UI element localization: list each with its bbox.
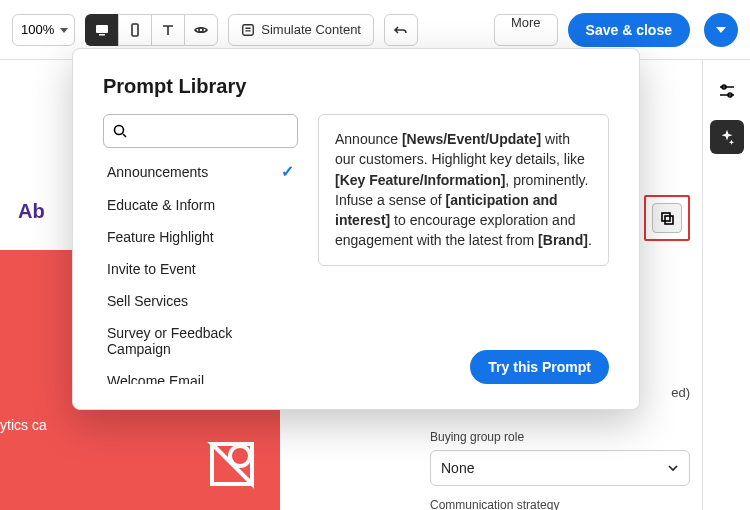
preview-text: Announce xyxy=(335,131,402,147)
text-mode-button[interactable] xyxy=(151,14,184,46)
prompt-item-label: Sell Services xyxy=(107,293,188,309)
mobile-icon xyxy=(127,22,143,38)
template-tool-button[interactable] xyxy=(652,203,682,233)
save-close-button[interactable]: Save & close xyxy=(568,13,690,47)
prompt-item-label: Welcome Email xyxy=(107,373,204,384)
simulate-icon xyxy=(241,23,255,37)
svg-rect-2 xyxy=(132,24,138,36)
undo-button[interactable] xyxy=(384,14,418,46)
prompt-item[interactable]: Feature Highlight xyxy=(103,221,298,253)
modal-right-column: Announce [News/Event/Update] with our cu… xyxy=(318,114,609,384)
chevron-down-icon xyxy=(716,27,726,33)
save-close-label: Save & close xyxy=(586,22,672,38)
undo-icon xyxy=(393,22,409,38)
template-tool-highlight xyxy=(644,195,690,241)
preview-bold: [News/Event/Update] xyxy=(402,131,541,147)
prompt-item[interactable]: Welcome Email xyxy=(103,365,298,384)
right-rail xyxy=(702,60,750,510)
try-prompt-button[interactable]: Try this Prompt xyxy=(470,350,609,384)
svg-point-10 xyxy=(115,126,124,135)
geometric-logo-icon xyxy=(200,432,264,496)
copy-icon xyxy=(659,210,675,226)
canvas-subtitle-fragment: ytics ca xyxy=(0,417,47,433)
prompt-item[interactable]: Sell Services xyxy=(103,285,298,317)
properties-text-fragment: ed) xyxy=(671,385,690,400)
preview-text: . xyxy=(588,232,592,248)
comm-strategy-label: Communication strategy xyxy=(430,498,690,510)
svg-rect-0 xyxy=(96,25,108,33)
device-toggle-group xyxy=(85,14,218,46)
svg-rect-1 xyxy=(99,34,105,36)
prompt-list: Announcements✓Educate & InformFeature Hi… xyxy=(103,154,298,384)
prompt-item[interactable]: Survey or Feedback Campaign xyxy=(103,317,298,365)
buying-group-select[interactable]: None xyxy=(430,450,690,486)
more-button[interactable]: More xyxy=(494,14,558,46)
sliders-icon xyxy=(717,81,737,101)
sparkle-icon xyxy=(718,128,736,146)
device-mobile-button[interactable] xyxy=(118,14,151,46)
modal-left-column: Announcements✓Educate & InformFeature Hi… xyxy=(103,114,298,384)
simulate-label: Simulate Content xyxy=(261,22,361,37)
simulate-content-button[interactable]: Simulate Content xyxy=(228,14,374,46)
canvas-title-fragment: Ab xyxy=(18,200,45,223)
svg-rect-4 xyxy=(243,24,254,35)
search-input[interactable] xyxy=(134,124,289,139)
properties-panel: Buying group role None Communication str… xyxy=(430,430,690,510)
prompt-item-label: Announcements xyxy=(107,164,208,180)
svg-point-7 xyxy=(230,446,250,466)
prompt-library-modal: Prompt Library Announcements✓Educate & I… xyxy=(72,48,640,410)
buying-group-value: None xyxy=(441,460,474,476)
modal-title: Prompt Library xyxy=(103,75,609,98)
search-input-wrapper[interactable] xyxy=(103,114,298,148)
text-icon xyxy=(160,22,176,38)
eye-icon xyxy=(193,22,209,38)
preview-bold: [Brand] xyxy=(538,232,588,248)
prompt-item[interactable]: Invite to Event xyxy=(103,253,298,285)
desktop-icon xyxy=(94,22,110,38)
search-icon xyxy=(112,123,128,139)
try-prompt-label: Try this Prompt xyxy=(488,359,591,375)
prompt-item-label: Educate & Inform xyxy=(107,197,215,213)
buying-group-label: Buying group role xyxy=(430,430,690,444)
zoom-select[interactable]: 100% xyxy=(12,14,75,46)
save-close-split-button[interactable] xyxy=(704,13,738,47)
prompt-item[interactable]: Educate & Inform xyxy=(103,189,298,221)
eye-mode-button[interactable] xyxy=(184,14,218,46)
chevron-down-icon xyxy=(667,462,679,474)
device-desktop-button[interactable] xyxy=(85,14,118,46)
rail-settings-button[interactable] xyxy=(710,74,744,108)
svg-rect-8 xyxy=(662,213,670,221)
prompt-item-label: Invite to Event xyxy=(107,261,196,277)
zoom-value: 100% xyxy=(21,22,54,37)
rail-ai-button[interactable] xyxy=(710,120,744,154)
preview-bold: [Key Feature/Information] xyxy=(335,172,505,188)
prompt-item-label: Feature Highlight xyxy=(107,229,214,245)
prompt-item-label: Survey or Feedback Campaign xyxy=(107,325,294,357)
svg-rect-9 xyxy=(665,216,673,224)
prompt-preview: Announce [News/Event/Update] with our cu… xyxy=(318,114,609,266)
check-icon: ✓ xyxy=(281,162,294,181)
prompt-item[interactable]: Announcements✓ xyxy=(103,154,298,189)
more-label: More xyxy=(511,15,541,30)
